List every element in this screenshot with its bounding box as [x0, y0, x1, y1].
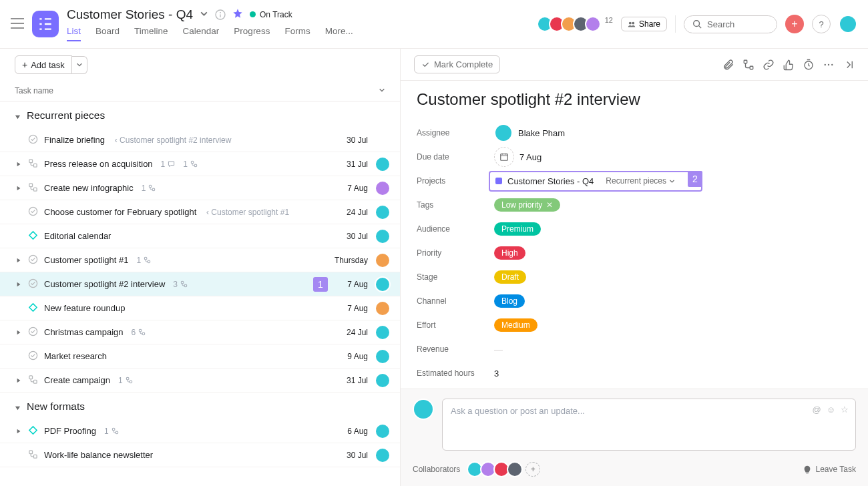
subtasks-icon[interactable]: [28, 182, 39, 194]
task-icon[interactable]: [28, 254, 39, 266]
quick-add-button[interactable]: +: [785, 15, 804, 33]
search-input[interactable]: Search: [684, 15, 777, 33]
task-row[interactable]: Editorial calendar 30 Jul: [0, 224, 400, 248]
assignee-avatar[interactable]: [375, 348, 391, 364]
share-button[interactable]: Share: [621, 17, 667, 31]
assignee-avatar[interactable]: [375, 204, 391, 220]
tag-remove-icon[interactable]: ✕: [546, 200, 553, 210]
project-section-select[interactable]: Recurrent pieces: [606, 176, 675, 186]
task-icon[interactable]: [28, 350, 39, 362]
assignee-avatar[interactable]: [375, 252, 391, 268]
expand-icon[interactable]: [15, 378, 23, 383]
task-icon[interactable]: [28, 134, 39, 146]
hamburger-menu[interactable]: [11, 18, 24, 31]
comment-input[interactable]: Ask a question or post an update... @ ☺ …: [442, 399, 856, 451]
subtask-icon[interactable]: [742, 59, 754, 71]
subtasks-icon[interactable]: [28, 158, 39, 170]
page-title[interactable]: Customer Stories - Q4: [67, 7, 193, 22]
tab-more[interactable]: More...: [325, 26, 353, 41]
due-date-field[interactable]: 7 Aug: [494, 147, 541, 167]
task-row[interactable]: Choose customer for February spotlight ‹…: [0, 200, 400, 224]
leave-task-button[interactable]: Leave Task: [803, 465, 857, 474]
assignee-avatar[interactable]: [375, 447, 391, 463]
task-row[interactable]: Customer spotlight #1 1 Thursday: [0, 248, 400, 272]
expand-icon[interactable]: [15, 330, 23, 335]
like-icon[interactable]: [783, 59, 795, 71]
revenue-value[interactable]: —: [494, 344, 503, 354]
audience-pill[interactable]: Premium: [494, 222, 541, 236]
collapse-icon[interactable]: [15, 403, 21, 410]
tab-forms[interactable]: Forms: [284, 26, 310, 41]
mention-icon[interactable]: @: [813, 405, 821, 415]
task-row[interactable]: Customer spotlight #2 interview 31 7 Aug: [0, 272, 400, 296]
column-chevron-icon[interactable]: [379, 86, 385, 95]
expand-icon[interactable]: [15, 162, 23, 167]
stage-pill[interactable]: Draft: [494, 270, 526, 284]
estimated-hours-value[interactable]: 3: [494, 369, 499, 379]
close-panel-icon[interactable]: [843, 59, 855, 71]
attachment-icon[interactable]: [722, 59, 734, 71]
assignee-avatar[interactable]: [375, 373, 391, 389]
tag-pill[interactable]: Low priority✕: [494, 198, 560, 212]
emoji-icon[interactable]: ☺: [827, 405, 835, 415]
task-row[interactable]: Create campaign 1 31 Jul: [0, 369, 400, 393]
channel-pill[interactable]: Blog: [494, 294, 525, 308]
assignee-avatar[interactable]: [375, 276, 391, 292]
task-row[interactable]: Market research 9 Aug: [0, 344, 400, 369]
timer-icon[interactable]: [803, 59, 815, 71]
expand-icon[interactable]: [15, 282, 23, 287]
more-icon[interactable]: [823, 59, 835, 71]
subtasks-icon[interactable]: [28, 449, 39, 461]
projects-field[interactable]: Customer Stories - Q4 Recurrent pieces 2: [489, 171, 702, 192]
milestone-icon[interactable]: [28, 425, 39, 437]
assignee-avatar[interactable]: [375, 423, 391, 439]
star-icon[interactable]: [232, 8, 243, 21]
subtasks-icon[interactable]: [28, 375, 39, 387]
task-row[interactable]: New feature roundup 7 Aug: [0, 296, 400, 320]
task-row[interactable]: Finalize briefing ‹ Customer spotlight #…: [0, 128, 400, 152]
tab-timeline[interactable]: Timeline: [134, 26, 168, 41]
task-icon[interactable]: [28, 326, 39, 338]
priority-pill[interactable]: High: [494, 246, 525, 260]
add-task-button[interactable]: +Add task: [15, 55, 72, 74]
expand-icon[interactable]: [15, 258, 23, 263]
milestone-icon[interactable]: [28, 302, 39, 314]
assignee-avatar[interactable]: [375, 180, 391, 196]
collaborator-avatars[interactable]: +: [469, 461, 540, 477]
task-row[interactable]: Create new infographic 1 7 Aug: [0, 176, 400, 200]
assignee-field[interactable]: Blake Pham: [494, 124, 565, 142]
link-icon[interactable]: [763, 59, 775, 71]
task-row[interactable]: Work-life balance newsletter 30 Jul: [0, 443, 400, 467]
task-row[interactable]: Christmas campaign 6 24 Jul: [0, 320, 400, 344]
assignee-avatar[interactable]: [375, 324, 391, 340]
assignee-avatar[interactable]: [375, 228, 391, 244]
mark-complete-button[interactable]: Mark Complete: [414, 55, 500, 73]
expand-icon[interactable]: [15, 186, 23, 191]
help-button[interactable]: ?: [812, 15, 831, 33]
milestone-icon[interactable]: [28, 230, 39, 242]
effort-pill[interactable]: Medium: [494, 318, 537, 332]
info-icon[interactable]: [215, 9, 226, 20]
task-icon[interactable]: [28, 278, 39, 290]
add-collaborator-button[interactable]: +: [525, 462, 540, 477]
task-title[interactable]: Customer spotlight #2 interview: [417, 90, 852, 109]
status-pill[interactable]: On Track: [250, 10, 292, 19]
task-row[interactable]: PDF Proofing 1 6 Aug: [0, 419, 400, 443]
task-icon[interactable]: [28, 206, 39, 218]
member-avatars[interactable]: 12: [541, 16, 613, 32]
star-outline-icon[interactable]: ☆: [841, 405, 849, 415]
collapse-icon[interactable]: [15, 112, 21, 119]
tab-list[interactable]: List: [67, 26, 81, 41]
tab-progress[interactable]: Progress: [234, 26, 270, 41]
assignee-avatar[interactable]: [375, 300, 391, 316]
section-header[interactable]: Recurrent pieces: [0, 101, 400, 128]
task-row[interactable]: Press release on acquisition 11 31 Jul: [0, 152, 400, 176]
expand-icon[interactable]: [15, 429, 23, 434]
tab-calendar[interactable]: Calendar: [183, 26, 220, 41]
title-chevron-icon[interactable]: [200, 9, 208, 20]
add-task-dropdown[interactable]: [72, 56, 87, 74]
me-avatar[interactable]: [839, 15, 857, 33]
tab-board[interactable]: Board: [95, 26, 120, 41]
section-header[interactable]: New formats: [0, 393, 400, 419]
assignee-avatar[interactable]: [375, 156, 391, 172]
